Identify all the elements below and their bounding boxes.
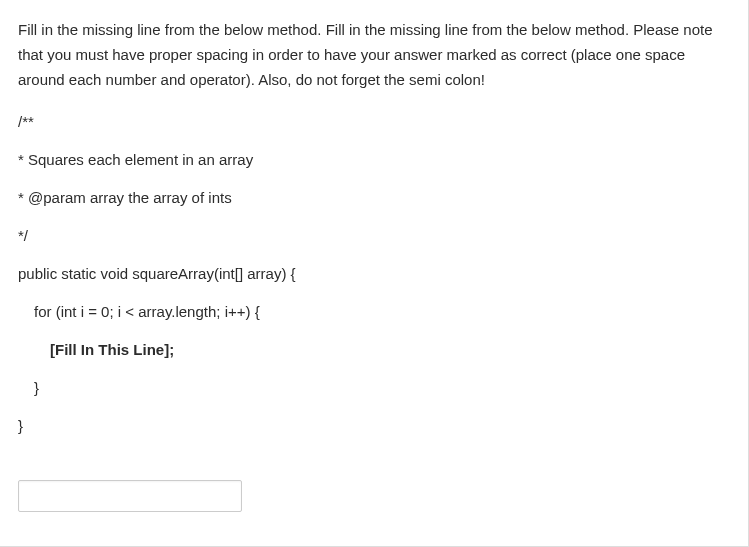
code-close-for: } xyxy=(18,376,728,400)
instruction-text: Fill in the missing line from the below … xyxy=(18,18,728,92)
question-container: Fill in the missing line from the below … xyxy=(0,0,749,547)
code-comment-open: /** xyxy=(18,110,728,134)
code-method-signature: public static void squareArray(int[] arr… xyxy=(18,262,728,286)
code-comment-close: */ xyxy=(18,224,728,248)
code-comment-desc: * Squares each element in an array xyxy=(18,148,728,172)
code-close-method: } xyxy=(18,414,728,438)
code-comment-param: * @param array the array of ints xyxy=(18,186,728,210)
answer-input[interactable] xyxy=(18,480,242,512)
code-fill-in-line: [Fill In This Line]; xyxy=(18,338,728,362)
code-for-loop: for (int i = 0; i < array.length; i++) { xyxy=(18,300,728,324)
